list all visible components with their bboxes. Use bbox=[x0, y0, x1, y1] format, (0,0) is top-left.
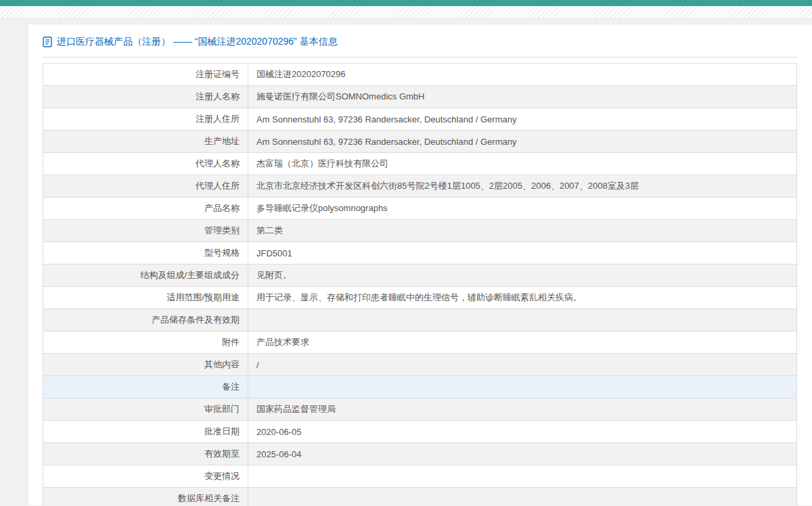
row-value: 多导睡眠记录仪polysomnographs bbox=[248, 198, 797, 220]
top-accent-bar bbox=[0, 0, 812, 6]
table-row: 备注 bbox=[43, 376, 797, 398]
row-value: 2020-06-05 bbox=[248, 421, 797, 443]
table-row: 有效期至 2025-06-04 bbox=[43, 443, 797, 465]
page-background: 进口医疗器械产品（注册） —— “国械注进20202070296” 基本信息 注… bbox=[0, 19, 812, 505]
row-value: 北京市北京经济技术开发区科创六街85号院2号楼1层1005、2层2005、200… bbox=[248, 175, 797, 198]
row-label: 备注 bbox=[43, 376, 248, 398]
row-label: 数据库相关备注 bbox=[43, 488, 248, 506]
table-row: 型号规格 JFD5001 bbox=[43, 242, 797, 264]
row-value: 产品技术要求 bbox=[248, 331, 797, 354]
table-row: 审批部门 国家药品监督管理局 bbox=[43, 398, 797, 421]
row-label: 产品储存条件及有效期 bbox=[43, 309, 248, 331]
row-label: 适用范围/预期用途 bbox=[43, 287, 248, 309]
table-row: 产品储存条件及有效期 bbox=[43, 309, 797, 331]
decorative-stripe-band bbox=[0, 6, 812, 19]
row-value bbox=[248, 309, 797, 331]
row-label: 注册证编号 bbox=[43, 64, 248, 86]
table-row: 批准日期 2020-06-05 bbox=[43, 421, 797, 443]
row-label: 有效期至 bbox=[43, 443, 248, 465]
row-value: Am Sonnenstuhl 63, 97236 Randersacker, D… bbox=[248, 131, 797, 153]
row-label: 注册人名称 bbox=[43, 86, 248, 108]
row-label: 代理人名称 bbox=[43, 153, 248, 175]
row-value: 见附页。 bbox=[248, 264, 797, 287]
row-label: 生产地址 bbox=[43, 131, 248, 153]
row-label: 管理类别 bbox=[43, 220, 248, 242]
row-label: 其他内容 bbox=[43, 354, 248, 376]
document-icon bbox=[43, 37, 52, 47]
table-row: 变更情况 bbox=[43, 465, 797, 488]
row-value: 用于记录、显示、存储和打印患者睡眠中的生理信号，辅助诊断睡眠紊乱相关疾病。 bbox=[248, 287, 797, 309]
table-row: 注册人名称 施曼诺医疗有限公司SOMNOmedics GmbH bbox=[43, 86, 797, 108]
row-value: 国械注进20202070296 bbox=[248, 64, 797, 86]
row-value bbox=[248, 488, 797, 506]
row-label: 变更情况 bbox=[43, 465, 248, 488]
table-row: 管理类别 第二类 bbox=[43, 220, 797, 242]
row-value bbox=[248, 376, 797, 398]
info-table: 注册证编号 国械注进20202070296 注册人名称 施曼诺医疗有限公司SOM… bbox=[43, 63, 797, 506]
row-label: 代理人住所 bbox=[43, 175, 248, 198]
row-value: 国家药品监督管理局 bbox=[248, 398, 797, 421]
table-row: 其他内容 / bbox=[43, 354, 797, 376]
row-value: 杰富瑞（北京）医疗科技有限公司 bbox=[248, 153, 797, 175]
row-value: 第二类 bbox=[248, 220, 797, 242]
row-label: 附件 bbox=[43, 331, 248, 354]
row-value bbox=[248, 465, 797, 488]
row-label: 注册人住所 bbox=[43, 108, 248, 131]
table-row: 适用范围/预期用途 用于记录、显示、存储和打印患者睡眠中的生理信号，辅助诊断睡眠… bbox=[43, 287, 797, 309]
content-card: 进口医疗器械产品（注册） —— “国械注进20202070296” 基本信息 注… bbox=[27, 24, 812, 505]
table-row: 结构及组成/主要组成成分 见附页。 bbox=[43, 264, 797, 287]
row-label: 审批部门 bbox=[43, 398, 248, 421]
table-row: 注册人住所 Am Sonnenstuhl 63, 97236 Randersac… bbox=[43, 108, 797, 131]
page-title-text: 进口医疗器械产品（注册） —— “国械注进20202070296” 基本信息 bbox=[57, 36, 338, 48]
row-value: 施曼诺医疗有限公司SOMNOmedics GmbH bbox=[248, 86, 797, 108]
row-label: 结构及组成/主要组成成分 bbox=[43, 264, 248, 287]
table-row: 注册证编号 国械注进20202070296 bbox=[43, 64, 797, 86]
row-label: 型号规格 bbox=[43, 242, 248, 264]
row-label: 批准日期 bbox=[43, 421, 248, 443]
info-table-body: 注册证编号 国械注进20202070296 注册人名称 施曼诺医疗有限公司SOM… bbox=[43, 64, 797, 506]
table-row: 代理人住所 北京市北京经济技术开发区科创六街85号院2号楼1层1005、2层20… bbox=[43, 175, 797, 198]
row-value: 2025-06-04 bbox=[248, 443, 797, 465]
page-title: 进口医疗器械产品（注册） —— “国械注进20202070296” 基本信息 bbox=[43, 24, 797, 58]
table-row: 代理人名称 杰富瑞（北京）医疗科技有限公司 bbox=[43, 153, 797, 175]
row-label: 产品名称 bbox=[43, 198, 248, 220]
table-row: 产品名称 多导睡眠记录仪polysomnographs bbox=[43, 198, 797, 220]
table-row: 生产地址 Am Sonnenstuhl 63, 97236 Randersack… bbox=[43, 131, 797, 153]
table-row: 数据库相关备注 bbox=[43, 488, 797, 506]
row-value: JFD5001 bbox=[248, 242, 797, 264]
row-value: / bbox=[248, 354, 797, 376]
table-row: 附件 产品技术要求 bbox=[43, 331, 797, 354]
row-value: Am Sonnenstuhl 63, 97236 Randersacker, D… bbox=[248, 108, 797, 131]
